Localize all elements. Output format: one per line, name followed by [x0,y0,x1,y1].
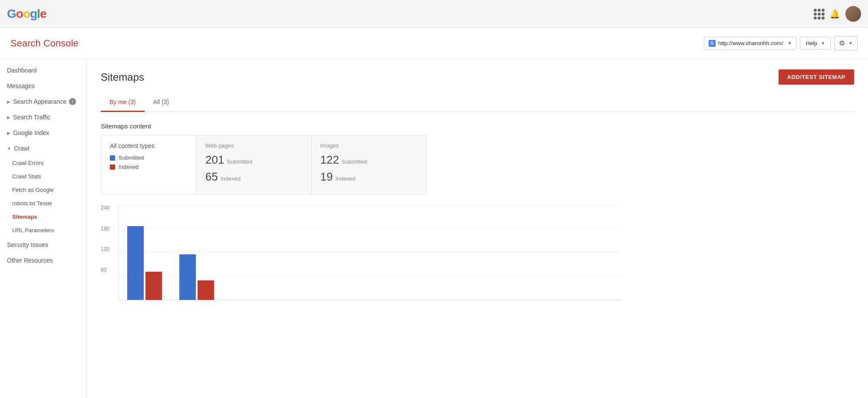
secondary-bar: Search Console G http://www.sharonhh.com… [0,28,868,59]
images-submitted-label: Submitted [342,158,367,165]
sidebar-label-fetch-as-google: Fetch as Google [12,187,53,193]
tab-all[interactable]: All (3) [145,93,178,112]
chevron-right-icon: ▶ [7,131,10,135]
google-logo: Google [7,7,46,21]
chevron-right-icon: ▶ [7,115,10,120]
bar-group-2 [179,254,214,300]
top-bar-right: 🔔 [814,6,861,22]
site-favicon: G [709,40,716,47]
sitemaps-content-label: Sitemaps content [101,122,854,130]
sidebar-label-url-parameters: URL Parameters [12,227,54,234]
help-button[interactable]: Help ▼ [800,37,831,49]
sidebar-label-security-issues: Security Issues [7,241,48,248]
legend-indexed: Indexed [110,164,188,170]
chart-y-labels: 240 180 120 60 [101,205,116,287]
bar-2-indexed [198,280,214,300]
info-badge: i [69,98,76,105]
sidebar-label-other-resources: Other Resources [7,257,53,264]
main-layout: Dashboard Messages ▶ Search Appearance i… [0,59,868,398]
web-pages-column: Web pages 201 Submitted 65 Indexed [197,135,312,194]
y-label-60: 60 [101,267,115,273]
sidebar-item-fetch-as-google[interactable]: Fetch as Google [12,183,86,197]
avatar-image [845,6,861,22]
tabs: By me (3) All (3) [101,93,854,112]
page-title: Sitemaps [101,71,144,83]
legend-dot-indexed [110,164,115,170]
tab-by-me[interactable]: By me (3) [101,93,145,112]
all-content-types-label: All content types [110,142,188,149]
top-bar-left: Google [7,7,46,21]
sidebar-label-sitemaps: Sitemaps [12,214,37,220]
sidebar-item-crawl-stats[interactable]: Crawl Stats [12,170,86,183]
sidebar-item-url-parameters[interactable]: URL Parameters [12,224,86,237]
sidebar-label-dashboard: Dashboard [7,67,37,74]
sidebar-label-messages: Messages [7,82,35,89]
main-content: Sitemaps ADD/TEST SITEMAP By me (3) All … [87,59,868,398]
y-label-180: 180 [101,226,115,232]
gear-icon: ⚙ [839,39,845,47]
web-pages-submitted-count: 201 [205,153,224,167]
chevron-right-icon: ▶ [7,99,10,104]
sidebar-item-other-resources[interactable]: Other Resources [0,253,86,268]
chart-area: 240 180 120 60 [101,205,622,300]
secondary-bar-actions: G http://www.sharonhh.com/ ▼ Help ▼ ⚙ ▼ [704,36,858,50]
images-submitted-row: 122 Submitted [320,153,418,167]
y-label-240: 240 [101,205,115,211]
help-arrow: ▼ [821,41,825,46]
legend-indexed-label: Indexed [119,164,139,170]
legend-submitted-label: Submitted [119,155,144,161]
avatar[interactable] [845,6,861,22]
grid-icon[interactable] [814,9,824,19]
sidebar-label-crawl-errors: Crawl Errors [12,160,43,166]
images-submitted-count: 122 [320,153,339,167]
web-pages-indexed-count: 65 [205,170,218,184]
sidebar-label-search-appearance: Search Appearance [13,98,66,105]
chart-bars [119,205,622,300]
gear-button[interactable]: ⚙ ▼ [834,36,858,50]
content-cards: All content types Submitted Indexed Web … [101,135,426,194]
web-pages-submitted-label: Submitted [227,158,252,165]
top-bar: Google 🔔 [0,0,868,28]
sidebar-label-google-index: Google Index [13,129,49,136]
web-pages-indexed-label: Indexed [221,175,241,182]
sidebar-item-crawl-errors[interactable]: Crawl Errors [12,156,86,170]
sidebar-crawl-sub: Crawl Errors Crawl Stats Fetch as Google… [0,156,86,237]
images-column: Images 122 Submitted 19 Indexed [312,135,426,194]
site-selector[interactable]: G http://www.sharonhh.com/ ▼ [704,37,796,50]
legend-submitted: Submitted [110,155,188,161]
site-url: http://www.sharonhh.com/ [718,40,783,46]
sidebar-item-sitemaps[interactable]: Sitemaps [12,210,86,224]
sidebar-item-search-traffic[interactable]: ▶ Search Traffic [0,109,86,125]
sidebar-item-dashboard[interactable]: Dashboard [0,62,86,78]
sidebar-label-crawl-stats: Crawl Stats [12,173,41,180]
bell-icon[interactable]: 🔔 [829,9,840,19]
legend-dot-submitted [110,155,115,161]
images-title: Images [320,142,418,149]
web-pages-submitted-row: 201 Submitted [205,153,303,167]
bar-2-submitted [179,254,196,300]
sidebar-label-crawl: Crawl [14,145,30,152]
web-pages-indexed-row: 65 Indexed [205,170,303,184]
images-indexed-row: 19 Indexed [320,170,418,184]
main-header: Sitemaps ADD/TEST SITEMAP [101,69,854,85]
sidebar-item-robots-txt[interactable]: robots.txt Tester [12,197,86,210]
images-indexed-count: 19 [320,170,333,184]
help-label: Help [805,40,817,46]
bar-1-indexed [145,272,162,300]
bar-1-submitted [127,226,144,300]
add-sitemap-button[interactable]: ADD/TEST SITEMAP [779,69,854,85]
images-indexed-label: Indexed [335,175,355,182]
legend-column: All content types Submitted Indexed [101,135,197,194]
sidebar-item-messages[interactable]: Messages [0,78,86,94]
bar-group-1 [127,226,162,300]
sidebar-label-robots-txt: robots.txt Tester [12,200,52,207]
site-selector-arrow: ▼ [788,41,792,46]
sidebar-item-security-issues[interactable]: Security Issues [0,237,86,253]
y-label-120: 120 [101,246,115,252]
chevron-down-icon: ▼ [7,146,11,151]
web-pages-title: Web pages [205,142,303,149]
sidebar-item-crawl[interactable]: ▼ Crawl [0,141,86,156]
sidebar-item-search-appearance[interactable]: ▶ Search Appearance i [0,94,86,109]
app-title: Search Console [10,38,79,49]
sidebar-item-google-index[interactable]: ▶ Google Index [0,125,86,141]
